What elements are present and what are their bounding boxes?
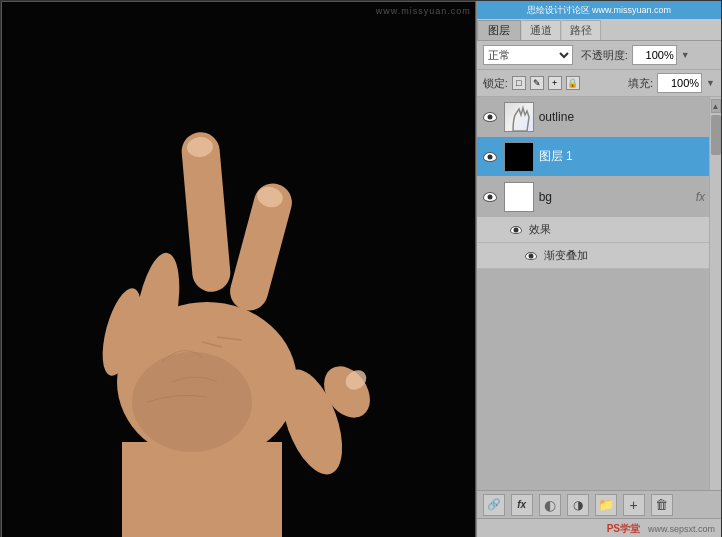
status-bar: PS学堂 www.sepsxt.com xyxy=(477,518,721,537)
blend-mode-select[interactable]: 正常 xyxy=(483,45,573,65)
scroll-up-arrow[interactable]: ▲ xyxy=(711,99,721,113)
sublayer-gradient-label: 渐变叠加 xyxy=(544,248,588,263)
eye-icon-layer1 xyxy=(483,152,497,162)
lock-checkbox-icon[interactable]: □ xyxy=(512,76,526,90)
new-layer-button[interactable]: + xyxy=(623,494,645,516)
layer-name-bg: bg xyxy=(539,190,696,204)
delete-layer-button[interactable]: 🗑 xyxy=(651,494,673,516)
layer-name-outline: outline xyxy=(539,110,705,124)
svg-point-12 xyxy=(132,352,252,452)
ps-logo: PS学堂 xyxy=(607,522,640,536)
opacity-value[interactable]: 100% xyxy=(632,45,677,65)
hand-illustration xyxy=(2,2,476,537)
eye-icon-outline xyxy=(483,112,497,122)
lock-paint-icon[interactable]: ✎ xyxy=(530,76,544,90)
link-layers-button[interactable]: 🔗 xyxy=(483,494,505,516)
watermark: www.missyuan.com xyxy=(376,6,471,16)
layer-visibility-layer1[interactable] xyxy=(481,148,499,166)
sublayer-effects-label: 效果 xyxy=(529,222,551,237)
sublayer-eye-effects[interactable] xyxy=(507,221,525,239)
add-mask-button[interactable]: ◐ xyxy=(539,494,561,516)
layer-thumb-layer1 xyxy=(504,142,534,172)
eye-icon-bg xyxy=(483,192,497,202)
lock-all-icon[interactable]: 🔒 xyxy=(566,76,580,90)
tab-paths[interactable]: 路径 xyxy=(562,20,601,40)
fill-value[interactable]: 100% xyxy=(657,73,702,93)
sublayer-gradient-overlay[interactable]: 渐变叠加 xyxy=(477,243,709,269)
layer-list: outline 图层 1 xyxy=(477,97,709,490)
eye-icon-effects xyxy=(510,226,522,234)
layers-panel: 思绘设计讨论区 www.missyuan.com 图层 通道 路径 正常 不透明… xyxy=(476,1,721,537)
layer-thumb-outline xyxy=(504,102,534,132)
layer-item-outline[interactable]: outline xyxy=(477,97,709,137)
sublayer-eye-gradient[interactable] xyxy=(522,247,540,265)
sublayer-effects-header: 效果 xyxy=(477,217,709,243)
layer-item-layer1[interactable]: 图层 1 xyxy=(477,137,709,177)
layer-thumb-bg xyxy=(504,182,534,212)
lock-move-icon[interactable]: + xyxy=(548,76,562,90)
scrollbar[interactable]: ▲ xyxy=(709,97,721,490)
layer-fx-bg: fx xyxy=(696,190,705,204)
opacity-arrow[interactable]: ▼ xyxy=(681,50,690,60)
new-group-button[interactable]: 📁 xyxy=(595,494,617,516)
layer-toolbar: 🔗 fx ◐ ◑ 📁 + 🗑 xyxy=(477,490,721,518)
fill-arrow[interactable]: ▼ xyxy=(706,78,715,88)
opacity-label: 不透明度: xyxy=(581,48,628,63)
thumb-black-fill xyxy=(505,143,533,171)
tab-layers[interactable]: 图层 xyxy=(477,20,521,40)
eye-icon-gradient xyxy=(525,252,537,260)
layer-item-bg[interactable]: bg fx xyxy=(477,177,709,217)
lock-row: 锁定: □ ✎ + 🔒 填充: 100% ▼ xyxy=(477,70,721,97)
adjustment-layer-button[interactable]: ◑ xyxy=(567,494,589,516)
layer-list-container: outline 图层 1 xyxy=(477,97,721,490)
tab-channels[interactable]: 通道 xyxy=(522,20,561,40)
panel-watermark: 思绘设计讨论区 www.missyuan.com xyxy=(527,4,672,17)
website-text: www.sepsxt.com xyxy=(648,524,715,534)
layer-visibility-bg[interactable] xyxy=(481,188,499,206)
layer-visibility-outline[interactable] xyxy=(481,108,499,126)
scroll-thumb[interactable] xyxy=(711,115,721,155)
thumb-white-fill xyxy=(505,183,533,211)
blend-mode-row: 正常 不透明度: 100% ▼ xyxy=(477,41,721,70)
fill-label: 填充: xyxy=(628,76,653,91)
layer-fx-button[interactable]: fx xyxy=(511,494,533,516)
layer-name-layer1: 图层 1 xyxy=(539,148,705,165)
lock-label: 锁定: xyxy=(483,76,508,91)
canvas-area: www.missyuan.com xyxy=(1,1,476,537)
